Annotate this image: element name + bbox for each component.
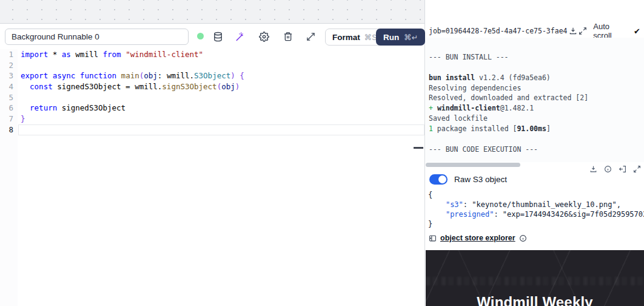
windmill-app-editor: Format ⌘S Run ⌘↵ 1import * as wmill from… bbox=[0, 0, 644, 306]
ai-wand-icon[interactable] bbox=[233, 30, 246, 43]
format-button[interactable]: Format ⌘S bbox=[325, 29, 384, 46]
job-log-output[interactable]: --- BUN INSTALL --- bun install v1.2.4 (… bbox=[426, 38, 644, 162]
download-logs-icon[interactable] bbox=[568, 26, 577, 36]
run-shortcut: ⌘↵ bbox=[404, 33, 418, 42]
panel-left-icon bbox=[428, 234, 437, 242]
log-line: Resolving dependencies bbox=[429, 83, 644, 93]
runnable-name-input[interactable] bbox=[5, 29, 189, 45]
preview-faint-text-band bbox=[426, 277, 644, 285]
code-line: 4 const signedS3Object = wmill.signS3Obj… bbox=[0, 81, 424, 92]
expand-logs-icon[interactable] bbox=[579, 26, 587, 36]
editor-panel: Format ⌘S Run ⌘↵ 1import * as wmill from… bbox=[0, 23, 424, 306]
job-header-row: job=01964428-7e5d-4a47-ce75-3fae4 Auto s… bbox=[426, 24, 644, 38]
format-label: Format bbox=[332, 33, 360, 42]
fullscreen-result-icon[interactable] bbox=[632, 165, 642, 174]
settings-gear-icon[interactable] bbox=[257, 30, 270, 43]
log-line: --- BUN INSTALL --- bbox=[429, 52, 644, 63]
code-panel: Format ⌘S Run ⌘↵ 1import * as wmill from… bbox=[0, 0, 425, 306]
code-line: 1import * as wmill from "windmill-client… bbox=[0, 49, 424, 60]
explorer-info-icon[interactable] bbox=[519, 234, 528, 242]
editor-toolbar: Format ⌘S Run ⌘↵ bbox=[0, 24, 424, 48]
code-line: 5 bbox=[0, 92, 424, 103]
auto-scroll-check-icon: ✔ bbox=[634, 27, 640, 36]
code-line: 8 bbox=[18, 124, 424, 135]
log-line bbox=[429, 63, 644, 73]
object-store-explorer-link[interactable]: object store explorer bbox=[440, 234, 515, 242]
output-panel: job=01964428-7e5d-4a47-ce75-3fae4 Auto s… bbox=[426, 0, 644, 306]
preview-title-text: Windmill Weekly bbox=[426, 294, 644, 306]
json-line: "s3": "keynote/thumbnail_weekly_10.png", bbox=[428, 200, 644, 209]
result-actions bbox=[589, 165, 642, 174]
code-line: 2 bbox=[0, 60, 424, 71]
app-canvas-dot-grid[interactable] bbox=[0, 0, 424, 23]
open-in-drawer-icon[interactable] bbox=[618, 165, 627, 174]
json-line: } bbox=[428, 219, 644, 229]
code-line: 3export async function main(obj: wmill.S… bbox=[0, 70, 424, 81]
log-line: Saved lockfile bbox=[429, 114, 644, 124]
log-line: 1 package installed [91.00ms] bbox=[429, 124, 644, 134]
raw-s3-toggle[interactable] bbox=[429, 174, 448, 185]
run-button[interactable]: Run ⌘↵ bbox=[376, 29, 425, 46]
log-lines: --- BUN INSTALL --- bun install v1.2.4 (… bbox=[429, 42, 644, 155]
log-line: bun install v1.2.4 (fd9a5ea6) bbox=[429, 73, 644, 83]
s3-image-preview: Windmill Weekly bbox=[426, 250, 644, 306]
format-shortcut: ⌘S bbox=[364, 33, 377, 42]
toggle-knob bbox=[438, 175, 446, 183]
log-line: Resolved, downloaded and extracted [2] bbox=[429, 93, 644, 103]
json-line: { bbox=[428, 190, 644, 200]
result-json-viewer[interactable]: { "s3": "keynote/thumbnail_weekly_10.png… bbox=[428, 190, 644, 229]
json-line: "presigned": "exp=1744943426&sig=7f05d29… bbox=[428, 209, 644, 219]
expand-diagonal-icon[interactable] bbox=[304, 30, 317, 43]
result-panel: Raw S3 object { "s3": "keynote/thumbnail… bbox=[426, 169, 644, 250]
object-store-explorer-row: object store explorer bbox=[428, 234, 528, 242]
run-label: Run bbox=[383, 33, 399, 42]
log-line: + windmill-client@1.482.1 bbox=[429, 103, 644, 114]
raw-s3-toggle-row: Raw S3 object bbox=[429, 174, 507, 185]
log-line: --- BUN CODE EXECUTION --- bbox=[429, 144, 644, 155]
trash-icon[interactable] bbox=[281, 30, 295, 43]
code-lines: 1import * as wmill from "windmill-client… bbox=[0, 49, 424, 135]
raw-s3-toggle-label: Raw S3 object bbox=[454, 175, 507, 184]
log-line bbox=[429, 42, 644, 52]
monaco-code-editor[interactable]: 1import * as wmill from "windmill-client… bbox=[0, 49, 424, 306]
saved-status-dot bbox=[197, 33, 204, 39]
job-id-label: job=01964428-7e5d-4a47-ce75-3fae4 bbox=[429, 27, 567, 35]
database-icon[interactable] bbox=[211, 30, 224, 43]
log-scrollbar-thumb[interactable] bbox=[426, 163, 520, 167]
log-line bbox=[429, 134, 644, 144]
panel-splitter-handle[interactable] bbox=[414, 147, 423, 149]
info-icon[interactable] bbox=[603, 165, 612, 174]
code-line: 6 return signedS3Object bbox=[0, 103, 424, 114]
download-result-icon[interactable] bbox=[589, 165, 598, 174]
code-line: 7} bbox=[0, 114, 424, 124]
